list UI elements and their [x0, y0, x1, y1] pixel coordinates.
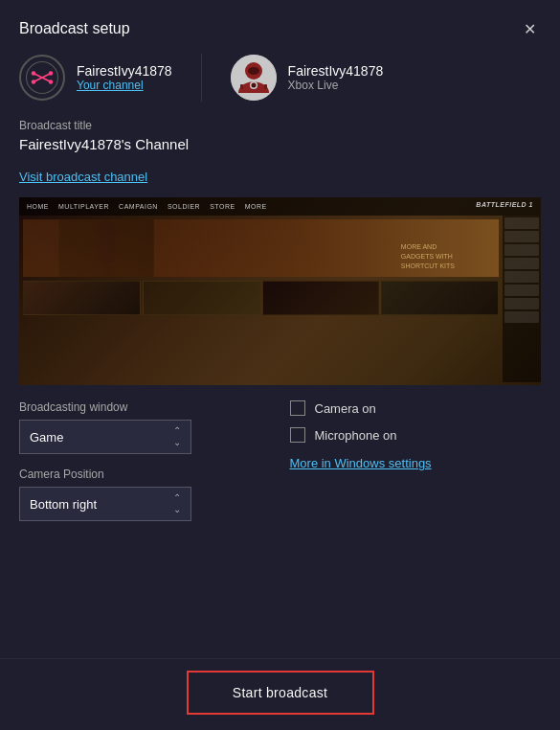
mixer-account: FairestIvy41878 Your channel	[19, 55, 172, 101]
xbox-account-info: FairestIvy41878 Xbox Live	[288, 63, 384, 92]
svg-point-9	[248, 67, 259, 75]
broadcast-title-section: Broadcast title FairestIvy41878's Channe…	[19, 119, 541, 152]
dialog-footer: Start broadcast	[0, 658, 560, 730]
game-content: MORE AND GADGETS WITH SHORTCUT KITS	[19, 216, 541, 382]
sidebar-item-1	[504, 217, 539, 229]
camera-on-checkbox[interactable]	[290, 400, 305, 416]
xbox-account-name: FairestIvy41878	[288, 63, 384, 79]
right-controls: Camera on Microphone on More in Windows …	[290, 400, 542, 471]
microphone-on-label: Microphone on	[315, 428, 397, 443]
sidebar-item-6	[504, 285, 539, 296]
svg-point-5	[32, 80, 36, 84]
visit-broadcast-link[interactable]: Visit broadcast channel	[19, 170, 147, 184]
close-button[interactable]: ✕	[518, 17, 541, 40]
svg-point-3	[32, 71, 36, 76]
xbox-account-icon	[231, 55, 277, 101]
broadcast-setup-dialog: Broadcast setup ✕	[0, 0, 560, 730]
broadcasting-window-dropdown[interactable]: Game	[19, 420, 191, 454]
broadcasting-window-value: Game	[30, 430, 63, 445]
nav-more: MORE	[245, 203, 267, 210]
dialog-content: FairestIvy41878 Your channel	[0, 54, 560, 658]
broadcasting-window-group: Broadcasting window Game	[19, 400, 271, 454]
game-nav-bar: HOME MULTIPLAYER CAMPAIGN SOLDIER STORE …	[19, 197, 541, 216]
game-logo: BATTLEFIELD 1	[476, 201, 533, 208]
game-thumb-1	[23, 281, 141, 315]
svg-rect-12	[240, 84, 243, 89]
game-right-panel	[503, 216, 541, 382]
game-overlay-text: MORE AND GADGETS WITH SHORTCUT KITS	[401, 242, 455, 270]
svg-point-4	[49, 80, 54, 84]
mixer-account-name: FairestIvy41878	[77, 63, 172, 79]
mixer-account-icon	[19, 55, 65, 101]
broadcasting-window-arrow-icon	[173, 426, 181, 447]
nav-store: STORE	[210, 203, 235, 210]
left-controls: Broadcasting window Game Camera Position…	[19, 400, 271, 535]
broadcast-title-value: FairestIvy41878's Channel	[19, 136, 541, 152]
start-broadcast-button[interactable]: Start broadcast	[187, 671, 374, 715]
nav-campaign: CAMPAIGN	[119, 203, 158, 210]
nav-multiplayer: MULTIPLAYER	[58, 203, 109, 210]
dialog-title: Broadcast setup	[19, 20, 130, 37]
mixer-channel-link[interactable]: Your channel	[77, 79, 172, 92]
mixer-account-info: FairestIvy41878 Your channel	[77, 63, 172, 92]
camera-on-row: Camera on	[290, 400, 542, 416]
svg-point-11	[251, 83, 256, 88]
nav-home: HOME	[27, 203, 49, 210]
accounts-row: FairestIvy41878 Your channel	[19, 54, 541, 102]
svg-rect-15	[58, 219, 153, 277]
svg-rect-13	[264, 84, 267, 89]
svg-rect-19	[95, 262, 101, 277]
game-left-panel: MORE AND GADGETS WITH SHORTCUT KITS	[19, 216, 503, 382]
controls-area: Broadcasting window Game Camera Position…	[19, 400, 541, 546]
nav-soldier: SOLDIER	[168, 203, 200, 210]
svg-rect-17	[98, 239, 114, 262]
svg-point-6	[49, 71, 54, 76]
controls-row: Broadcasting window Game Camera Position…	[19, 400, 541, 535]
sidebar-item-7	[504, 298, 539, 309]
title-bar: Broadcast setup ✕	[0, 0, 560, 54]
game-grid	[23, 281, 499, 315]
camera-position-dropdown[interactable]: Bottom right	[19, 487, 191, 521]
broadcast-title-label: Broadcast title	[19, 119, 541, 132]
game-preview-image: HOME MULTIPLAYER CAMPAIGN SOLDIER STORE …	[19, 197, 541, 385]
camera-position-group: Camera Position Bottom right	[19, 468, 271, 521]
game-thumb-2	[143, 281, 260, 315]
game-preview: HOME MULTIPLAYER CAMPAIGN SOLDIER STORE …	[19, 197, 541, 385]
broadcasting-window-label: Broadcasting window	[19, 400, 271, 414]
mixer-icon	[25, 60, 59, 95]
microphone-on-checkbox[interactable]	[290, 427, 305, 443]
microphone-on-row: Microphone on	[290, 427, 542, 443]
sidebar-item-3	[504, 244, 539, 256]
xbox-account: FairestIvy41878 Xbox Live	[231, 55, 384, 101]
game-sidebar-items	[504, 217, 539, 323]
accounts-divider	[201, 54, 202, 102]
sidebar-item-2	[504, 231, 539, 242]
camera-position-label: Camera Position	[19, 468, 271, 481]
sidebar-item-8	[504, 311, 539, 323]
svg-rect-18	[88, 241, 100, 247]
more-windows-settings-link[interactable]: More in Windows settings	[290, 456, 432, 470]
svg-point-16	[97, 220, 116, 240]
xbox-avatar-icon	[231, 55, 277, 101]
game-thumb-3	[262, 281, 380, 315]
sidebar-item-5	[504, 271, 539, 283]
camera-position-arrow-icon	[173, 493, 181, 514]
game-thumb-4	[381, 281, 499, 315]
camera-position-value: Bottom right	[30, 497, 97, 512]
xbox-account-sub: Xbox Live	[288, 79, 384, 92]
svg-rect-20	[103, 262, 109, 277]
sidebar-item-4	[504, 258, 539, 269]
camera-on-label: Camera on	[315, 401, 376, 416]
